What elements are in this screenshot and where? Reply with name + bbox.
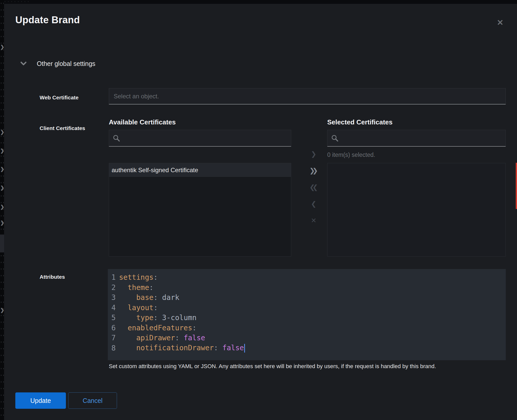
sidebar-active-item-edge: [0, 235, 4, 252]
move-selected-left-button[interactable]: ❮: [308, 198, 319, 209]
right-edge-red-strip: [516, 163, 517, 209]
sidebar-chevron-icon: ❯: [0, 307, 4, 313]
sidebar-chevron-icon: ❯: [0, 166, 4, 172]
search-icon: [113, 134, 120, 142]
sidebar-chevron-icon: ❯: [0, 220, 4, 226]
line-number: 2: [108, 283, 119, 292]
section-toggle-other-global-settings[interactable]: Other global settings: [20, 58, 95, 69]
update-button[interactable]: Update: [15, 392, 66, 409]
code-line: 7 apiDrawer: false: [108, 333, 506, 343]
code-line: 2 theme:: [108, 283, 506, 293]
chevron-down-icon: [20, 62, 27, 66]
background-sidebar-edge: ❯ ❯ ❯ ❯ ❯ ❯ ❯ ❯: [0, 0, 4, 420]
selected-count-status: 0 item(s) selected.: [327, 151, 375, 158]
attributes-label: Attributes: [40, 274, 65, 280]
search-icon: [331, 134, 339, 142]
attributes-code-editor[interactable]: 1settings:2 theme:3 base: dark4 layout:5…: [108, 269, 506, 360]
move-all-left-button[interactable]: ❮❮: [308, 182, 319, 193]
line-number: 7: [108, 334, 119, 342]
attributes-help-text: Set custom attributes using YAML or JSON…: [109, 363, 500, 370]
client-certificates-label: Client Certificates: [40, 125, 85, 131]
text-cursor: [244, 344, 245, 353]
web-certificate-select-input[interactable]: [109, 88, 506, 104]
line-number: 6: [108, 324, 119, 332]
code-line: 3 base: dark: [108, 293, 506, 303]
code-line: 1settings:: [108, 272, 506, 283]
sidebar-chevron-icon: ❯: [0, 185, 4, 191]
code-line: 6 enabledFeatures:: [108, 323, 506, 333]
move-selected-right-button[interactable]: ❯: [308, 148, 319, 160]
code-line: 5 type: 3-column: [108, 313, 506, 323]
sidebar-chevron-icon: ❯: [0, 129, 4, 135]
line-number: 1: [108, 273, 119, 282]
available-search-input[interactable]: [120, 130, 287, 146]
code-line: 8 notificationDrawer: false: [108, 343, 506, 353]
clear-selection-button[interactable]: ✕: [308, 215, 319, 226]
move-all-right-button[interactable]: ❯❯: [308, 165, 319, 176]
sidebar-chevron-icon: ❯: [0, 204, 4, 210]
close-icon[interactable]: ✕: [495, 17, 506, 28]
dual-list-controls: ❯❯❯❮❮❮✕: [302, 148, 325, 226]
line-number: 4: [108, 304, 119, 312]
available-certificates-list: authentik Self-signed Certificate: [109, 163, 291, 256]
update-brand-modal: Update Brand ✕ Other global settings Web…: [4, 4, 517, 420]
selected-certificates-list: [327, 163, 506, 256]
sidebar-chevron-icon: ❯: [0, 44, 4, 50]
sidebar-chevron-icon: ❯: [0, 148, 4, 154]
code-line: 4 layout:: [108, 303, 506, 313]
cancel-button[interactable]: Cancel: [68, 392, 117, 409]
modal-title: Update Brand: [15, 15, 80, 26]
available-search-box: [109, 130, 291, 147]
available-certificates-heading: Available Certificates: [109, 118, 176, 126]
selected-certificates-heading: Selected Certificates: [327, 118, 393, 126]
section-toggle-label: Other global settings: [37, 60, 95, 67]
web-certificate-label: Web Certificate: [40, 95, 79, 101]
selected-search-box: [327, 130, 506, 147]
line-number: 3: [108, 293, 119, 302]
selected-search-input[interactable]: [339, 130, 502, 146]
certificate-list-item[interactable]: authentik Self-signed Certificate: [109, 163, 291, 177]
line-number: 5: [108, 313, 119, 322]
line-number: 8: [108, 344, 119, 352]
